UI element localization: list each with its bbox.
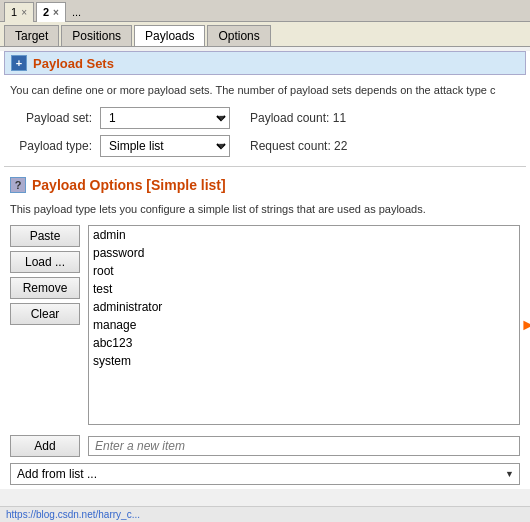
list-container: admin password root test administrator m…	[88, 225, 520, 425]
list-item[interactable]: system	[89, 352, 519, 370]
list-item[interactable]: root	[89, 262, 519, 280]
list-item[interactable]: admin	[89, 226, 519, 244]
section-divider	[4, 166, 526, 167]
tab-payloads[interactable]: Payloads	[134, 25, 205, 46]
payload-set-label: Payload set:	[10, 111, 100, 125]
scroll-arrow-icon: ►	[520, 316, 530, 334]
payload-type-label: Payload type:	[10, 139, 100, 153]
content-area: + Payload Sets You can define one or mor…	[0, 51, 530, 489]
tab-top-more[interactable]: ...	[68, 4, 85, 20]
payload-set-row: Payload set: 1 2 Payload count: 11	[0, 104, 530, 132]
tab-top-2-close[interactable]: ×	[53, 7, 59, 18]
list-item[interactable]: test	[89, 280, 519, 298]
payload-type-row: Payload type: Simple list Runtime file C…	[0, 132, 530, 160]
add-row: Add	[0, 429, 530, 461]
add-from-list-select-wrapper: Add from list ...	[10, 463, 520, 485]
tab-options[interactable]: Options	[207, 25, 270, 46]
tab-top-1-close[interactable]: ×	[21, 7, 27, 18]
payload-sets-desc: You can define one or more payload sets.…	[0, 79, 530, 104]
payload-type-select-wrapper: Simple list Runtime file Custom iterator	[100, 135, 230, 157]
payload-sets-header: + Payload Sets	[4, 51, 526, 75]
tab-top-1-label: 1	[11, 6, 17, 18]
tab-top-2-label: 2	[43, 6, 49, 18]
tab-top-2[interactable]: 2 ×	[36, 2, 66, 22]
add-button[interactable]: Add	[10, 435, 80, 457]
list-buttons: Paste Load ... Remove Clear	[10, 225, 80, 425]
payload-options-header: ? Payload Options [Simple list]	[4, 173, 526, 197]
url-bar: https://blog.csdn.net/harry_c...	[0, 506, 530, 522]
payload-type-select[interactable]: Simple list Runtime file Custom iterator	[100, 135, 230, 157]
payload-options-desc: This payload type lets you configure a s…	[0, 201, 530, 221]
remove-button[interactable]: Remove	[10, 277, 80, 299]
payload-sets-icon: +	[11, 55, 27, 71]
list-item[interactable]: password	[89, 244, 519, 262]
payload-list[interactable]: admin password root test administrator m…	[88, 225, 520, 425]
clear-button[interactable]: Clear	[10, 303, 80, 325]
tab-top-1[interactable]: 1 ×	[4, 2, 34, 22]
load-button[interactable]: Load ...	[10, 251, 80, 273]
list-item[interactable]: abc123	[89, 334, 519, 352]
list-area: Paste Load ... Remove Clear admin passwo…	[0, 221, 530, 429]
add-input[interactable]	[88, 436, 520, 456]
payload-set-select[interactable]: 1 2	[100, 107, 230, 129]
request-count-value: 22	[334, 139, 347, 153]
payload-count-info: Payload count: 11	[250, 111, 346, 125]
tab-positions[interactable]: Positions	[61, 25, 132, 46]
top-tab-bar: 1 × 2 × ...	[0, 0, 530, 22]
payload-set-select-wrapper: 1 2	[100, 107, 230, 129]
list-item[interactable]: manage	[89, 316, 519, 334]
add-from-list-row: Add from list ...	[0, 461, 530, 489]
paste-button[interactable]: Paste	[10, 225, 80, 247]
payload-count-value: 11	[333, 111, 346, 125]
payload-options-icon: ?	[10, 177, 26, 193]
main-tab-bar: Target Positions Payloads Options	[0, 22, 530, 47]
payload-options-title: Payload Options [Simple list]	[32, 177, 226, 193]
list-item[interactable]: administrator	[89, 298, 519, 316]
payload-sets-title: Payload Sets	[33, 56, 114, 71]
request-count-info: Request count: 22	[250, 139, 347, 153]
add-from-list-select[interactable]: Add from list ...	[10, 463, 520, 485]
tab-target[interactable]: Target	[4, 25, 59, 46]
